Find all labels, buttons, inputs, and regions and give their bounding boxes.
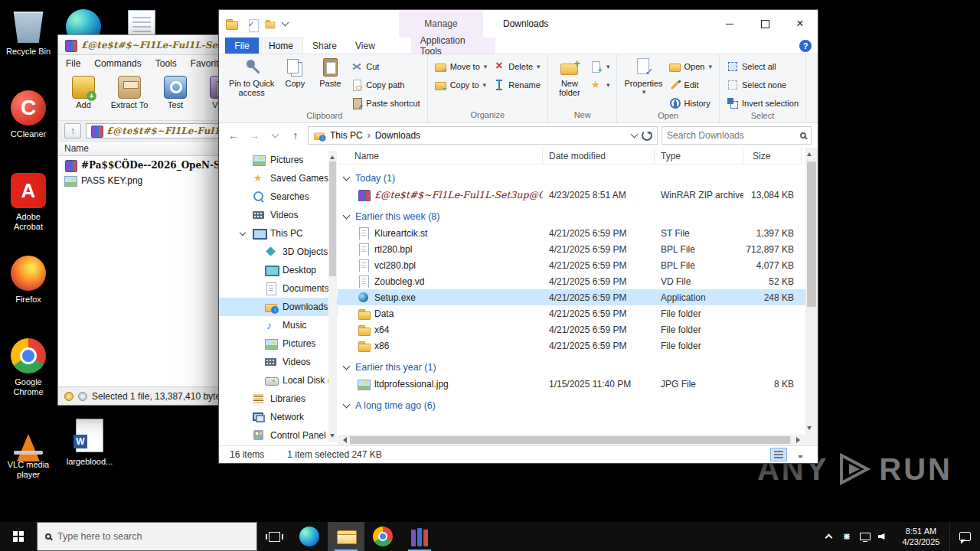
minimize-button[interactable]: [712, 10, 747, 37]
edge-taskbar-button[interactable]: [291, 522, 328, 551]
maximize-button[interactable]: [747, 10, 782, 37]
tray-app-button[interactable]: [838, 522, 856, 551]
up-button[interactable]: ↑: [287, 127, 304, 144]
breadcrumb-downloads[interactable]: Downloads: [375, 130, 420, 141]
cut-button[interactable]: Cut: [348, 58, 422, 74]
file-row-x64[interactable]: x644/21/2025 6:59 PMFile folder: [338, 321, 805, 337]
explorer-titlebar[interactable]: Manage Downloads ×: [219, 10, 818, 37]
paste-shortcut-button[interactable]: Paste shortcut: [348, 95, 422, 111]
thumbnails-view-button[interactable]: [790, 448, 807, 461]
qat-new-folder-icon[interactable]: [265, 19, 275, 29]
address-dropdown-chevron-icon[interactable]: [631, 131, 639, 139]
winrar-add-button[interactable]: Add: [63, 74, 104, 109]
tab-home[interactable]: Home: [259, 37, 303, 54]
chrome-taskbar-button[interactable]: [364, 522, 401, 551]
column-header-size[interactable]: Size: [743, 148, 802, 164]
invert-selection-button[interactable]: Invert selection: [724, 95, 801, 111]
file-row-klureartcik-st[interactable]: Klureartcik.st4/21/2025 6:59 PMST File1,…: [338, 225, 805, 241]
sidebar-item-libraries[interactable]: Libraries: [219, 390, 338, 408]
volume-button[interactable]: [874, 522, 893, 551]
adobe-acrobat-desktop-icon[interactable]: Adobe Acrobat: [3, 170, 54, 253]
edit-button[interactable]: Edit: [667, 77, 714, 93]
search-icon[interactable]: [800, 132, 806, 139]
file-row-zoubcleg-vd[interactable]: Zoubcleg.vd4/21/2025 6:59 PMVD File52 KB: [338, 273, 805, 289]
taskbar-search[interactable]: Type here to search: [37, 522, 257, 551]
select-none-button[interactable]: Select none: [724, 77, 801, 93]
sidebar-item-saved-games[interactable]: Saved Games: [219, 169, 338, 187]
address-bar[interactable]: This PC › Downloads: [308, 126, 658, 145]
sidebar-item-network[interactable]: Network: [219, 408, 338, 426]
file-row-te-t-fl1le-ful1l-set3up-[interactable]: £@te$t#$~Fl1Le-Ful1L-Set3up@Co2...4/23/2…: [338, 187, 805, 203]
explorer-taskbar-button[interactable]: [328, 522, 364, 551]
details-view-button[interactable]: [770, 448, 787, 461]
sidebar-item-pictures[interactable]: Pictures: [219, 334, 338, 353]
word-doc-desktop-icon[interactable]: largeblood...: [64, 415, 115, 467]
copy-to-button[interactable]: Copy to▾: [433, 77, 490, 93]
file-row-vcl280-bpl[interactable]: vcl280.bpl4/21/2025 6:59 PMBPL File4,077…: [338, 257, 805, 273]
sidebar-item-control-panel[interactable]: Control Panel: [219, 426, 338, 445]
history-button[interactable]: History: [667, 95, 714, 111]
sidebar-item-documents[interactable]: Documents: [219, 279, 338, 298]
column-header-date-modified[interactable]: Date modified: [543, 148, 655, 164]
taskbar-clock[interactable]: 8:51 AM 4/23/2025: [893, 526, 949, 547]
breadcrumb-this-pc[interactable]: This PC: [330, 130, 363, 141]
copy-button[interactable]: Copy: [278, 56, 312, 90]
tab-application-tools[interactable]: Application Tools: [411, 37, 495, 54]
task-view-button[interactable]: [257, 522, 291, 551]
group-header-earlier-this-year-1[interactable]: Earlier this year (1): [338, 359, 805, 376]
qat-properties-icon[interactable]: [246, 19, 256, 29]
qat-customize-chevron-icon[interactable]: [282, 19, 289, 27]
recycle-bin-desktop-icon[interactable]: Recycle Bin: [3, 5, 54, 87]
sidebar-item-local-disk-c[interactable]: Local Disk (C:): [219, 371, 338, 390]
back-button[interactable]: ←: [225, 127, 242, 144]
rename-button[interactable]: Rename: [491, 77, 543, 93]
horizontal-scrollbar[interactable]: [338, 435, 805, 445]
help-icon[interactable]: ?: [799, 40, 812, 52]
nav-scrollbar[interactable]: [328, 151, 337, 442]
refresh-icon[interactable]: [642, 130, 652, 141]
sidebar-item-this-pc[interactable]: This PC: [219, 224, 338, 243]
winrar-extract-button[interactable]: Extract To: [109, 74, 150, 109]
tray-overflow-button[interactable]: [819, 522, 838, 551]
winrar-up-button[interactable]: ↑: [64, 123, 81, 139]
winrar-test-button[interactable]: Test: [155, 74, 196, 109]
easy-access-button[interactable]: ▾: [588, 77, 612, 93]
forward-button[interactable]: →: [246, 127, 263, 144]
winrar-menu-commands[interactable]: Commands: [94, 58, 141, 69]
file-row-x86[interactable]: x864/21/2025 6:59 PMFile folder: [338, 337, 805, 354]
paste-button[interactable]: Paste: [313, 56, 347, 90]
sidebar-item-3d-objects[interactable]: 3D Objects: [219, 243, 338, 261]
start-button[interactable]: [0, 522, 37, 551]
file-row-setup-exe[interactable]: Setup.exe4/21/2025 6:59 PMApplication248…: [338, 289, 805, 305]
file-row-ltdprofessional-jpg[interactable]: ltdprofessional.jpg1/15/2025 11:40 PMJPG…: [338, 376, 805, 392]
properties-button[interactable]: Properties▾: [622, 56, 665, 97]
group-header-earlier-this-week-8[interactable]: Earlier this week (8): [338, 208, 805, 225]
sidebar-item-searches[interactable]: Searches: [219, 187, 338, 206]
winrar-menu-file[interactable]: File: [66, 58, 80, 69]
winrar-menu-tools[interactable]: Tools: [155, 58, 177, 69]
action-center-button[interactable]: [949, 522, 980, 551]
group-header-a-long-time-ago-6[interactable]: A long time ago (6): [338, 397, 805, 414]
file-row-rtl280-bpl[interactable]: rtl280.bpl4/21/2025 6:59 PMBPL File712,8…: [338, 241, 805, 257]
sidebar-item-videos[interactable]: Videos: [219, 353, 338, 371]
tab-view[interactable]: View: [346, 37, 384, 54]
vertical-scrollbar[interactable]: [805, 148, 818, 435]
tab-share[interactable]: Share: [303, 37, 346, 54]
new-item-button[interactable]: ▾: [588, 58, 612, 74]
sidebar-item-downloads[interactable]: Downloads: [219, 298, 338, 316]
sidebar-item-music[interactable]: Music: [219, 316, 338, 334]
close-button[interactable]: ×: [782, 10, 818, 37]
pin-to-quick-access-button[interactable]: Pin to Quick access: [227, 56, 276, 99]
winrar-taskbar-button[interactable]: [401, 522, 438, 551]
copy-path-button[interactable]: Copy path: [348, 77, 422, 93]
recent-locations-button[interactable]: [266, 127, 283, 144]
vlc-desktop-icon[interactable]: VLC media player: [3, 418, 54, 500]
network-button[interactable]: [856, 522, 874, 551]
firefox-desktop-icon[interactable]: Firefox: [3, 253, 54, 335]
tab-file[interactable]: File: [225, 37, 259, 54]
google-chrome-desktop-icon[interactable]: Google Chrome: [3, 335, 54, 418]
column-header-type[interactable]: Type: [655, 148, 743, 164]
file-row-data[interactable]: Data4/21/2025 6:59 PMFile folder: [338, 305, 805, 321]
search-box[interactable]: Search Downloads: [662, 126, 812, 145]
delete-button[interactable]: Delete▾: [491, 58, 543, 74]
